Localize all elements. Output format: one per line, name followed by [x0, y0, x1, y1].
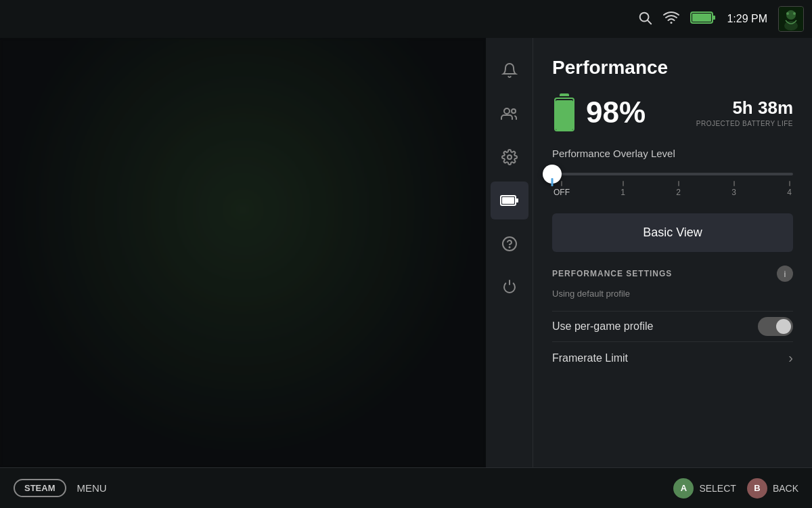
- a-button[interactable]: A: [673, 478, 694, 499]
- wifi-icon: [663, 10, 679, 28]
- slider-ticks: OFF 1 2 3 4: [552, 181, 793, 197]
- a-button-label: SELECT: [699, 483, 736, 494]
- per-game-profile-toggle[interactable]: [758, 317, 793, 336]
- slider-tick-1: 1: [621, 181, 625, 197]
- battery-tip: [560, 93, 569, 96]
- svg-point-13: [508, 155, 512, 159]
- svg-point-11: [504, 108, 510, 114]
- battery-status-icon: [690, 10, 716, 28]
- tick-mark-3: [734, 181, 735, 186]
- sidebar-item-power[interactable]: [491, 268, 528, 306]
- overlay-section-label: Performance Overlay Level: [552, 148, 793, 159]
- default-profile-text: Using default profile: [552, 289, 793, 299]
- perf-settings-title: PERFORMANCE SETTINGS: [552, 269, 672, 278]
- battery-time: 5h 38m: [696, 98, 793, 119]
- slider-track[interactable]: [552, 173, 793, 175]
- svg-point-7: [786, 10, 796, 20]
- game-area: [0, 38, 486, 467]
- per-game-profile-row: Use per-game profile: [552, 311, 793, 341]
- svg-point-9: [786, 12, 789, 15]
- tick-label-2: 2: [676, 188, 681, 197]
- svg-rect-16: [516, 198, 518, 203]
- framerate-limit-row[interactable]: Framerate Limit ›: [552, 341, 793, 374]
- slider-tick-off: OFF: [554, 181, 570, 197]
- slider-indicator: [551, 178, 554, 186]
- svg-rect-5: [713, 16, 715, 20]
- framerate-arrow-icon: ›: [788, 350, 793, 366]
- per-game-profile-label: Use per-game profile: [552, 320, 653, 333]
- slider-tick-3: 3: [731, 181, 736, 197]
- framerate-limit-label: Framerate Limit: [552, 352, 628, 364]
- b-button-label: BACK: [773, 483, 798, 494]
- battery-right: 5h 38m PROJECTED BATTERY LIFE: [696, 98, 793, 127]
- tick-label-1: 1: [621, 188, 625, 197]
- status-icons: 1:29 PM: [637, 6, 804, 32]
- menu-label[interactable]: MENU: [77, 482, 107, 494]
- battery-left: 98%: [552, 93, 646, 131]
- tick-label-off: OFF: [554, 188, 570, 197]
- slider-tick-4: 4: [787, 181, 792, 197]
- svg-line-1: [648, 20, 652, 24]
- battery-percent: 98%: [586, 96, 646, 129]
- sidebar: [486, 38, 533, 467]
- sidebar-item-performance[interactable]: [491, 182, 528, 219]
- sidebar-item-help[interactable]: [491, 225, 528, 263]
- tick-mark-2: [678, 181, 679, 186]
- avatar[interactable]: [778, 6, 804, 32]
- panel-title: Performance: [552, 57, 793, 79]
- svg-rect-15: [502, 197, 514, 204]
- b-button-group: B BACK: [747, 478, 798, 499]
- battery-visual: [552, 93, 577, 131]
- tick-label-3: 3: [731, 188, 736, 197]
- info-icon[interactable]: i: [777, 266, 793, 282]
- svg-point-12: [512, 109, 516, 113]
- svg-point-10: [793, 12, 796, 15]
- steam-button[interactable]: STEAM: [14, 479, 66, 497]
- svg-rect-4: [692, 14, 711, 22]
- steam-label: STEAM: [24, 483, 55, 493]
- svg-point-2: [671, 22, 673, 24]
- status-bar: 1:29 PM: [0, 0, 812, 38]
- main-panel: Performance 98% 5h 38m PROJECTED BATTERY…: [533, 38, 812, 467]
- battery-body: [554, 98, 574, 131]
- overlay-slider-container[interactable]: OFF 1 2 3 4: [552, 173, 793, 197]
- sidebar-item-friends[interactable]: [491, 95, 528, 133]
- slider-tick-2: 2: [676, 181, 681, 197]
- search-icon[interactable]: [637, 10, 652, 28]
- toggle-knob: [776, 319, 791, 334]
- battery-fill: [556, 100, 573, 130]
- clock: 1:29 PM: [727, 13, 767, 25]
- battery-projected-label: PROJECTED BATTERY LIFE: [696, 120, 793, 127]
- tick-mark-off: [561, 181, 562, 186]
- a-button-group: A SELECT: [673, 478, 736, 499]
- sidebar-item-notifications[interactable]: [491, 51, 528, 89]
- sidebar-item-settings[interactable]: [491, 138, 528, 176]
- tick-mark-1: [623, 181, 624, 186]
- basic-view-button[interactable]: Basic View: [552, 213, 793, 252]
- perf-settings-header: PERFORMANCE SETTINGS i: [552, 266, 793, 282]
- bottom-bar: STEAM MENU A SELECT B BACK: [0, 467, 812, 508]
- b-button[interactable]: B: [747, 478, 767, 499]
- battery-section: 98% 5h 38m PROJECTED BATTERY LIFE: [552, 93, 793, 131]
- tick-mark-4: [789, 181, 790, 186]
- svg-point-8: [784, 21, 798, 30]
- tick-label-4: 4: [787, 188, 792, 197]
